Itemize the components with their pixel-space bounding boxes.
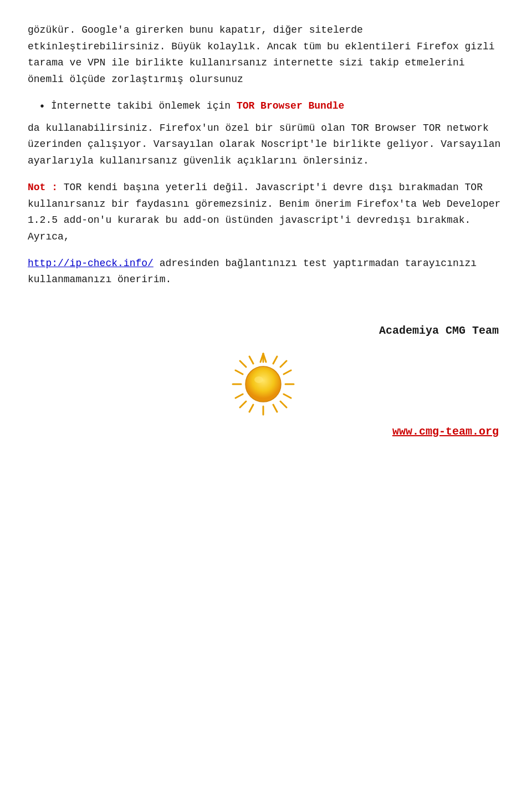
svg-line-10 (236, 370, 243, 374)
main-content: gözükür. Google'a girerken bunu kapatır,… (28, 22, 504, 441)
paragraph-1: gözükür. Google'a girerken bunu kapatır,… (28, 22, 504, 88)
svg-line-17 (273, 405, 277, 412)
ip-check-link[interactable]: http://ip-check.info/ (28, 258, 154, 269)
svg-line-13 (284, 394, 291, 398)
note-paragraph: Not : TOR kendi başına yeterli değil. Ja… (28, 180, 504, 246)
svg-point-18 (245, 366, 281, 402)
bullet-text: İnternette takibi önlemek için TOR Brows… (51, 98, 344, 114)
svg-line-15 (273, 356, 277, 364)
website-link[interactable]: www.cmg-team.org (392, 423, 499, 441)
bullet-dot-icon: • (39, 98, 45, 116)
svg-line-12 (284, 370, 291, 374)
paragraph-2: da kullanabilirsiniz. Firefox'un özel bi… (28, 120, 504, 170)
sun-logo-icon (230, 351, 296, 417)
svg-line-5 (280, 401, 287, 407)
tor-bundle-highlight: TOR Browser Bundle (237, 100, 344, 111)
svg-line-11 (236, 394, 243, 398)
svg-line-6 (280, 361, 287, 367)
svg-line-7 (240, 401, 246, 407)
note-block: Not : TOR kendi başına yeterli değil. Ja… (28, 180, 504, 288)
svg-line-14 (249, 356, 253, 364)
sig-right-block: Academiya CMG Team (28, 322, 499, 441)
link-paragraph: http://ip-check.info/ adresinden bağlant… (28, 256, 504, 288)
bullet-tor-bundle: • İnternette takibi önlemek için TOR Bro… (39, 98, 504, 116)
note-label: Not : (28, 182, 64, 193)
svg-line-16 (249, 405, 253, 412)
signature-text: Academiya CMG Team (379, 322, 499, 340)
signature-block: Academiya CMG Team (28, 322, 504, 441)
svg-line-4 (240, 361, 246, 367)
svg-point-19 (254, 376, 263, 383)
